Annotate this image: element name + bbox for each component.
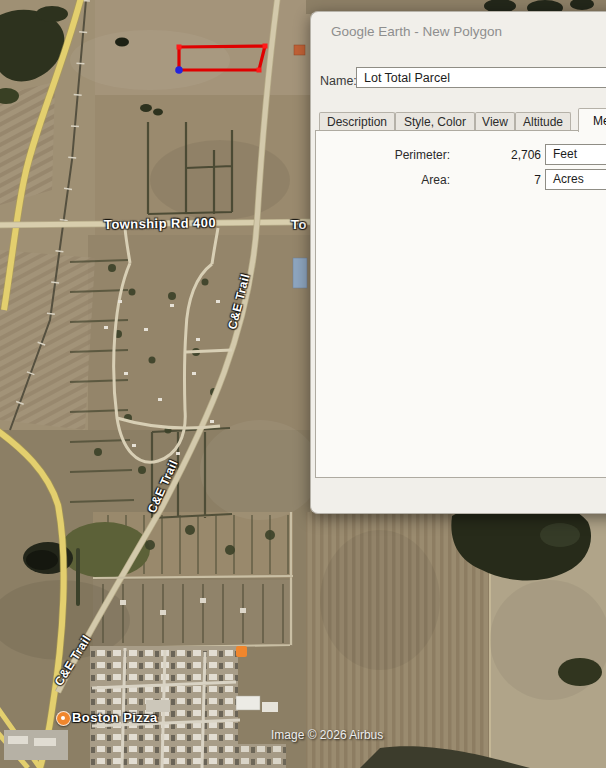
name-input[interactable] — [356, 67, 606, 88]
boston-pizza-poi-icon[interactable] — [56, 711, 71, 726]
polygon-vertex[interactable] — [257, 68, 262, 73]
tab-measurements[interactable]: Mea — [578, 108, 606, 132]
tab-description[interactable]: Description — [319, 112, 395, 131]
orange-roof-building — [294, 45, 305, 55]
perimeter-unit-select[interactable]: Feet — [545, 144, 606, 165]
tab-style-color[interactable]: Style, Color — [395, 112, 475, 131]
area-label: Area: — [316, 173, 450, 187]
perimeter-label: Perimeter: — [316, 148, 450, 162]
polygon-selected-vertex[interactable] — [175, 66, 183, 74]
perimeter-value: 2,706 — [456, 148, 541, 162]
new-polygon-dialog: Google Earth - New Polygon Name: Descrip… — [310, 11, 606, 514]
name-field-label: Name: — [320, 74, 357, 88]
measurements-panel: Perimeter: 2,706 Feet Area: 7 Acres — [315, 130, 606, 478]
tab-view[interactable]: View — [475, 112, 515, 131]
tab-altitude[interactable]: Altitude — [515, 112, 571, 131]
dialog-title: Google Earth - New Polygon — [331, 24, 502, 39]
polygon-vertex[interactable] — [263, 44, 268, 49]
area-unit-select[interactable]: Acres — [545, 169, 606, 190]
area-value: 7 — [456, 173, 541, 187]
polygon-vertex[interactable] — [177, 45, 182, 50]
blue-roof-building — [293, 258, 307, 288]
